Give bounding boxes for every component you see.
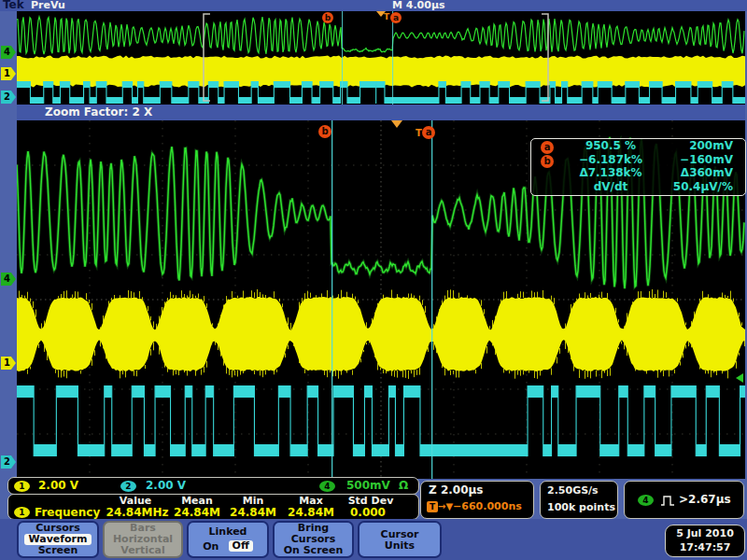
meas-min: 24.84M [227, 506, 279, 519]
channel-4-badge[interactable]: 4 [1, 273, 16, 286]
cursor-a-marker[interactable]: a [422, 126, 435, 139]
channel-2-scale: 2.00 V [146, 479, 186, 492]
trigger-channel-badge: 4 [638, 495, 654, 506]
cursor-a-percent: 950.5 % [563, 139, 658, 153]
channel-2-badge[interactable]: 2 [1, 91, 16, 104]
cursor-slope-value: 50.4µV/% [658, 180, 740, 194]
option-off-selected: Off [229, 540, 253, 552]
cursor-b-voltage: −160mV [658, 153, 740, 167]
record-length: 100k points [547, 501, 615, 513]
trigger-delay-arrow-icon: →▼ [438, 501, 453, 511]
channel-4-badge[interactable]: 4 [1, 46, 16, 59]
acquisition-status: PreVu [31, 0, 65, 11]
option-screen: Screen [19, 545, 97, 556]
zoom-waveform-window: b T a a 950.5 % 200mV b −6.187k% −160mV … [17, 120, 745, 479]
bring-cursors-button[interactable]: Bring Cursors On Screen [273, 521, 354, 558]
zoom-factor-label: Zoom Factor: 2 X [45, 105, 152, 119]
top-status-bar: Tek PreVu M 4.00µs [0, 0, 747, 11]
cursor-a-icon: a [541, 141, 554, 154]
cursor-b-row: b −6.187k% −160mV [531, 153, 745, 167]
channel-1-scale: 2.00 V [38, 479, 78, 492]
meas-mean: 24.84M [169, 506, 225, 519]
linked-button-title: Linked [189, 526, 267, 538]
zoom-timebase-box: Z 2.00µs T→▼−660.000ns [420, 481, 534, 519]
channel-4-level-arrow-icon [736, 373, 743, 383]
overview-waveforms [17, 11, 745, 105]
channel-1-badge[interactable]: 1 [1, 67, 16, 80]
trigger-delay-value: −660.000ns [453, 500, 522, 512]
cursor-b-icon: b [541, 155, 554, 168]
oscilloscope-screen: Tek PreVu M 4.00µs b T a 4 1 2 Zoom Fact… [0, 0, 747, 560]
trigger-delay-t-label: T [416, 128, 422, 138]
bars-orientation-button: Bars Horizontal Vertical [103, 521, 183, 558]
cursor-b-marker[interactable]: b [318, 125, 331, 138]
trigger-readout-box: 4 >2.67µs [624, 481, 744, 519]
cursor-b-percent: −6.187k% [563, 153, 658, 167]
channel-2-badge: 2 [120, 481, 136, 492]
pulse-width-icon [660, 495, 675, 507]
channel-4-coupling: Ω [399, 479, 408, 492]
cursor-b-marker[interactable]: b [322, 12, 333, 23]
cursor-a-row: a 950.5 % 200mV [531, 139, 745, 153]
measurement-box: Value Mean Min Max Std Dev 1 Frequency 2… [7, 494, 419, 520]
channel-2-badge[interactable]: 2 [1, 455, 16, 469]
cursor-delta-voltage: Δ360mV [658, 166, 740, 180]
trigger-delay-t-label: T [384, 12, 389, 21]
zoom-scale-label: Z 2.00µs [429, 483, 483, 497]
time-label: 17:47:57 [666, 540, 744, 554]
cursor-delta-percent: Δ7.138k% [563, 166, 658, 180]
date-label: 5 Jul 2010 [666, 526, 744, 540]
sample-rate-box: 2.50GS/s 100k points [540, 481, 618, 519]
zoom-factor-bar: Zoom Factor: 2 X [17, 105, 745, 120]
cursor-slope-label: dV/dt [563, 180, 658, 194]
channel-1-badge: 1 [14, 507, 30, 518]
cursor-units-button[interactable]: Cursor Units [358, 521, 442, 558]
channel-scale-bar: 1 2.00 V 2 2.00 V 4 500mV Ω [7, 477, 419, 495]
main-timebase-label: M 4.00µs [392, 0, 445, 11]
channel-4-scale: 500mV [346, 479, 390, 492]
overview-waveform-strip: b T a [17, 11, 745, 105]
channel-4-badge: 4 [319, 481, 335, 492]
option-vertical: Vertical [105, 545, 181, 556]
cursor-a-marker[interactable]: a [390, 12, 402, 23]
meas-value: 24.84MHz [106, 506, 169, 519]
meas-name: Frequency [35, 506, 100, 519]
bring-line-3: On Screen [275, 545, 352, 556]
tek-logo: Tek [3, 0, 24, 11]
datetime-box: 5 Jul 2010 17:47:57 [665, 525, 745, 557]
sample-rate: 2.50GS/s [547, 484, 599, 497]
cursors-mode-button[interactable]: Cursors Waveform Screen [17, 521, 99, 558]
trigger-condition: >2.67µs [679, 493, 731, 506]
meas-max: 24.84M [285, 506, 337, 519]
cursor-a-voltage: 200mV [658, 139, 740, 153]
cursor-slope-row: dV/dt 50.4µV/% [531, 180, 745, 194]
channel-1-badge: 1 [14, 481, 30, 492]
trigger-position-icon [391, 120, 402, 128]
cursor-readout-box: a 950.5 % 200mV b −6.187k% −160mV Δ7.138… [530, 138, 746, 196]
meas-stddev: 0.000 [337, 506, 399, 519]
channel-1-badge[interactable]: 1 [1, 357, 16, 370]
linked-toggle-button[interactable]: Linked On Off [187, 521, 269, 558]
trigger-t-icon: T [427, 501, 438, 512]
option-on: On [203, 540, 218, 553]
cursor-delta-row: Δ7.138k% Δ360mV [531, 166, 745, 180]
units-line-2: Units [359, 540, 440, 552]
